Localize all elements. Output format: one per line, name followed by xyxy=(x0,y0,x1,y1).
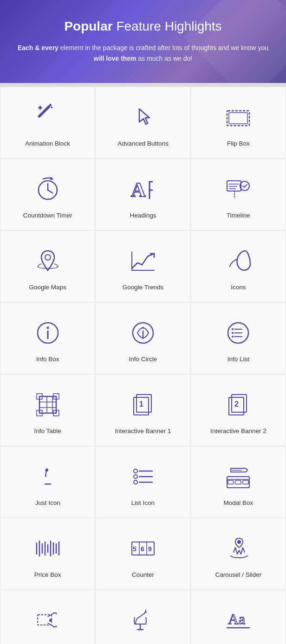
grid-item-info-list[interactable]: Info List xyxy=(191,302,286,374)
info-table-label: Info Table xyxy=(34,427,61,434)
features-grid: ✦ ✦ Animation Block Advanced Buttons Fli… xyxy=(0,87,286,644)
icons-label: Icons xyxy=(231,284,246,291)
timeline-icon xyxy=(222,173,254,205)
countdown-timer-label: Countdown Timer xyxy=(23,212,72,219)
price-box-label: Price Box xyxy=(34,571,61,578)
modal-box-label: Modal Box xyxy=(223,499,253,506)
google-trends-icon xyxy=(127,245,159,277)
svg-rect-59 xyxy=(228,480,234,484)
headings-icon: A xyxy=(127,173,159,205)
info-list-icon xyxy=(222,317,254,349)
interactive-banner-1-icon: 1 xyxy=(127,389,159,421)
svg-point-51 xyxy=(134,469,137,473)
counter-icon: 5 6 9 xyxy=(127,532,159,565)
svg-point-52 xyxy=(134,475,137,478)
svg-point-22 xyxy=(46,327,49,329)
svg-point-49 xyxy=(46,469,48,472)
svg-point-17 xyxy=(45,255,51,260)
svg-rect-4 xyxy=(227,111,249,126)
grid-item-price-box[interactable]: Price Box xyxy=(0,518,95,590)
grid-item-ihover[interactable]: iHover xyxy=(95,590,190,644)
grid-item-countdown-timer[interactable]: Countdown Timer xyxy=(0,159,95,230)
just-icon-icon: i xyxy=(32,460,64,493)
grid-item-flip-box[interactable]: Flip Box xyxy=(191,87,286,159)
highlight-box-icon xyxy=(32,604,64,637)
google-maps-label: Google Maps xyxy=(29,284,66,291)
timeline-label: Timeline xyxy=(227,212,250,219)
divider xyxy=(0,83,286,87)
google-maps-icon xyxy=(32,245,64,277)
flip-box-icon xyxy=(222,101,254,134)
interactive-banner-2-label: Interactive Banner 2 xyxy=(210,427,266,434)
svg-point-25 xyxy=(142,327,144,329)
animation-block-icon: ✦ ✦ xyxy=(32,101,64,134)
list-icon-label: List Icon xyxy=(131,499,155,506)
svg-point-78 xyxy=(237,540,241,544)
google-trends-label: Google Trends xyxy=(123,284,164,291)
svg-point-53 xyxy=(134,480,137,484)
grid-item-info-box[interactable]: Info Box xyxy=(0,302,95,374)
grid-item-just-icon[interactable]: i Just Icon xyxy=(0,446,95,518)
interactive-banner-2-icon: 2 xyxy=(222,389,254,421)
grid-item-highlight-box[interactable]: Highlight Box xyxy=(0,590,95,644)
price-box-icon xyxy=(32,532,64,565)
svg-point-32 xyxy=(232,336,234,338)
list-icon-icon xyxy=(127,460,159,493)
info-list-label: Info List xyxy=(228,356,249,363)
icons-icon xyxy=(222,245,254,277)
svg-text:A: A xyxy=(131,179,146,201)
grid-item-carousel-slider[interactable]: Carousel / Slider xyxy=(191,518,286,590)
just-icon-label: Just Icon xyxy=(35,499,60,506)
grid-item-info-circle[interactable]: Info Circle xyxy=(95,302,190,374)
info-circle-icon xyxy=(127,317,159,349)
header-title: Popular Feature Highlights xyxy=(14,19,272,34)
grid-item-info-table[interactable]: Info Table xyxy=(0,374,95,446)
info-circle-label: Info Circle xyxy=(129,356,157,363)
grid-item-advanced-buttons[interactable]: Advanced Buttons xyxy=(95,87,190,159)
carousel-slider-label: Carousel / Slider xyxy=(215,571,261,578)
grid-item-fancy-text[interactable]: Aa Fancy Text xyxy=(191,590,286,644)
svg-rect-11 xyxy=(227,181,241,191)
grid-item-animation-block[interactable]: ✦ ✦ Animation Block xyxy=(0,87,95,159)
header: Popular Feature Highlights Each & every … xyxy=(0,0,286,83)
info-box-label: Info Box xyxy=(36,356,59,363)
grid-item-counter[interactable]: 5 6 9 Counter xyxy=(95,518,190,590)
ihover-icon xyxy=(127,604,159,637)
svg-text:1: 1 xyxy=(139,400,143,408)
svg-text:✦: ✦ xyxy=(37,103,44,113)
svg-point-31 xyxy=(232,332,234,334)
svg-text:✦: ✦ xyxy=(50,105,53,110)
grid-item-google-trends[interactable]: Google Trends xyxy=(95,230,190,302)
modal-box-icon xyxy=(222,460,254,493)
grid-item-icons[interactable]: Icons xyxy=(191,230,286,302)
svg-rect-60 xyxy=(235,480,241,484)
headings-label: Headings xyxy=(130,212,156,219)
grid-item-google-maps[interactable]: Google Maps xyxy=(0,230,95,302)
countdown-timer-icon xyxy=(32,173,64,205)
svg-point-30 xyxy=(232,328,234,330)
info-box-icon xyxy=(32,317,64,349)
svg-text:5: 5 xyxy=(133,545,136,553)
svg-line-81 xyxy=(48,623,54,627)
header-subtitle: Each & every element in the package is c… xyxy=(14,43,272,65)
interactive-banner-1-label: Interactive Banner 1 xyxy=(115,427,171,434)
animation-block-label: Animation Block xyxy=(25,140,70,147)
svg-point-82 xyxy=(49,619,52,622)
svg-rect-61 xyxy=(243,480,248,484)
grid-item-interactive-banner-2[interactable]: 2 Interactive Banner 2 xyxy=(191,374,286,446)
grid-item-headings[interactable]: A Headings xyxy=(95,159,190,230)
fancy-text-icon: Aa xyxy=(222,604,254,637)
svg-rect-57 xyxy=(227,477,249,488)
svg-text:i: i xyxy=(44,465,48,479)
counter-label: Counter xyxy=(132,571,154,578)
grid-item-list-icon[interactable]: List Icon xyxy=(95,446,190,518)
svg-text:Aa: Aa xyxy=(228,611,245,627)
info-table-icon xyxy=(32,389,64,421)
advanced-buttons-label: Advanced Buttons xyxy=(117,140,169,147)
grid-item-modal-box[interactable]: Modal Box xyxy=(191,446,286,518)
svg-text:2: 2 xyxy=(234,400,239,408)
svg-rect-5 xyxy=(229,113,247,124)
svg-text:6: 6 xyxy=(141,545,144,553)
grid-item-interactive-banner-1[interactable]: 1 Interactive Banner 1 xyxy=(95,374,190,446)
grid-item-timeline[interactable]: Timeline xyxy=(191,159,286,230)
